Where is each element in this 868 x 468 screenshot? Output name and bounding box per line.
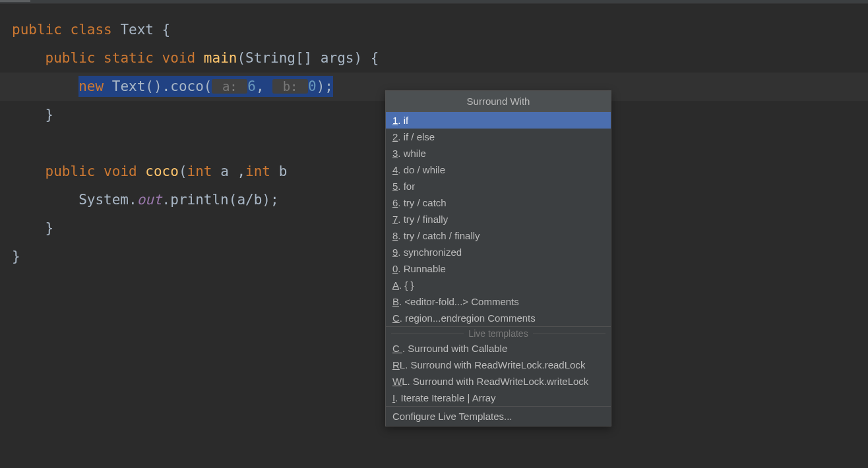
keyword-public: public bbox=[46, 163, 96, 179]
selected-code: new Text().coco( a: 6, b: 0); bbox=[78, 76, 333, 97]
params: String[] args bbox=[245, 50, 354, 66]
paren-close: ) { bbox=[354, 50, 379, 66]
item-label: . while bbox=[398, 148, 426, 159]
mnemonic: W bbox=[392, 376, 402, 387]
indent bbox=[12, 78, 78, 94]
popup-item-while[interactable]: 3. while bbox=[386, 145, 611, 161]
comma: , bbox=[256, 78, 264, 94]
number-6: 6 bbox=[247, 78, 256, 94]
item-label: L. Surround with ReadWriteLock.writeLock bbox=[402, 376, 588, 387]
keyword-void: void bbox=[104, 163, 137, 179]
item-label: . try / catch bbox=[398, 197, 446, 208]
popup-item-iterate[interactable]: I. Iterate Iterable | Array bbox=[386, 390, 611, 406]
item-label: . for bbox=[398, 181, 415, 192]
call-text: Text().coco( bbox=[104, 78, 212, 94]
item-label: . Iterate Iterable | Array bbox=[395, 392, 495, 403]
popup-item-synchronized[interactable]: 9. synchronized bbox=[386, 244, 611, 260]
popup-item-do-while[interactable]: 4. do / while bbox=[386, 161, 611, 178]
item-label: . try / catch / finally bbox=[398, 230, 480, 241]
system: System. bbox=[78, 192, 137, 208]
indent bbox=[12, 50, 46, 66]
item-label: . if bbox=[398, 115, 408, 126]
method-coco: coco bbox=[145, 163, 179, 179]
mnemonic: C bbox=[392, 343, 402, 354]
method-main: main bbox=[204, 50, 237, 66]
popup-item-callable[interactable]: C . Surround with Callable bbox=[386, 340, 611, 357]
popup-item-region[interactable]: C. region...endregion Comments bbox=[386, 310, 611, 326]
item-label: . { } bbox=[399, 279, 414, 291]
field-out: out bbox=[137, 192, 162, 208]
println-call: .println(a/b); bbox=[162, 192, 279, 208]
keyword-class: class bbox=[71, 22, 112, 38]
popup-item-braces[interactable]: A. { } bbox=[386, 277, 611, 293]
paren: ( bbox=[179, 163, 187, 179]
param-a: a , bbox=[212, 163, 246, 179]
popup-separator-live-templates: Live templates bbox=[386, 326, 611, 340]
item-label: . Runnable bbox=[398, 263, 446, 274]
item-label: . try / finally bbox=[398, 214, 448, 225]
brace: { bbox=[154, 22, 170, 38]
mnemonic: B bbox=[392, 296, 399, 307]
popup-item-writelock[interactable]: WL. Surround with ReadWriteLock.writeLoc… bbox=[386, 373, 611, 390]
keyword-public: public bbox=[12, 22, 62, 38]
brace-close: } bbox=[12, 249, 20, 264]
popup-item-for[interactable]: 5. for bbox=[386, 178, 611, 194]
mnemonic: A bbox=[392, 279, 399, 291]
item-label: . do / while bbox=[398, 164, 445, 175]
brace-close: } bbox=[12, 220, 53, 236]
item-label: . Surround with Callable bbox=[402, 343, 507, 354]
popup-item-try-catch-finally[interactable]: 8. try / catch / finally bbox=[386, 227, 611, 244]
mnemonic: R bbox=[392, 359, 400, 370]
keyword-new: new bbox=[78, 78, 104, 94]
popup-item-try-catch[interactable]: 6. try / catch bbox=[386, 194, 611, 211]
keyword-int: int bbox=[245, 163, 270, 179]
popup-item-editor-fold[interactable]: B. <editor-fold...> Comments bbox=[386, 293, 611, 310]
keyword-void: void bbox=[162, 50, 196, 66]
brace-close: } bbox=[12, 107, 53, 123]
item-label: . region...endregion Comments bbox=[400, 312, 536, 324]
surround-with-popup: Surround With 1. if 2. if / else 3. whil… bbox=[385, 90, 611, 426]
popup-item-if-else[interactable]: 2. if / else bbox=[386, 129, 611, 145]
popup-item-runnable[interactable]: 0. Runnable bbox=[386, 260, 611, 277]
popup-item-if[interactable]: 1. if bbox=[386, 112, 611, 129]
param-hint-b: b: bbox=[272, 79, 308, 94]
code-line-1[interactable]: public class Text { bbox=[12, 16, 868, 44]
number-0: 0 bbox=[308, 78, 317, 94]
paren: ( bbox=[237, 50, 245, 66]
item-label: L. Surround with ReadWriteLock.readLock bbox=[400, 359, 586, 370]
mnemonic: C bbox=[392, 312, 400, 324]
indent bbox=[12, 163, 46, 179]
popup-item-readlock[interactable]: RL. Surround with ReadWriteLock.readLock bbox=[386, 357, 611, 373]
popup-title: Surround With bbox=[386, 91, 611, 112]
param-hint-a: a: bbox=[212, 79, 247, 94]
item-label: . if / else bbox=[398, 131, 435, 142]
keyword-public: public bbox=[46, 50, 96, 66]
class-name: Text bbox=[120, 22, 154, 38]
tab-highlight bbox=[0, 0, 30, 2]
indent bbox=[12, 192, 78, 208]
popup-configure-link[interactable]: Configure Live Templates... bbox=[386, 406, 611, 426]
param-b: b bbox=[270, 163, 287, 179]
item-label: . <editor-fold...> Comments bbox=[399, 296, 519, 307]
keyword-static: static bbox=[104, 50, 154, 66]
stmt-close: ); bbox=[317, 78, 333, 94]
popup-item-try-finally[interactable]: 7. try / finally bbox=[386, 211, 611, 227]
keyword-int: int bbox=[187, 163, 212, 179]
code-line-2[interactable]: public static void main(String[] args) { bbox=[12, 44, 868, 73]
item-label: . synchronized bbox=[398, 247, 462, 258]
